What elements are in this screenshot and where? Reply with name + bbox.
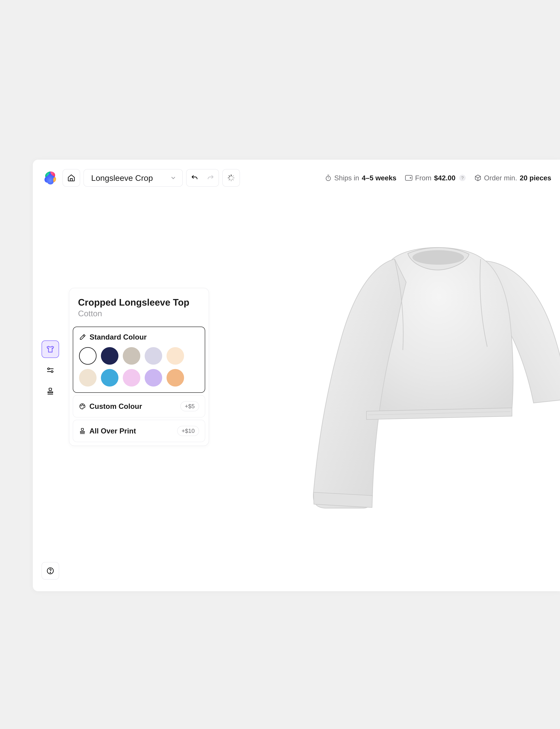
svg-point-10 [410, 178, 411, 178]
shirt-icon [46, 345, 55, 354]
home-button[interactable] [63, 169, 80, 187]
svg-line-7 [232, 176, 233, 177]
loading-button[interactable] [222, 169, 240, 187]
svg-point-14 [51, 371, 53, 372]
package-icon [474, 174, 481, 181]
wallet-icon [405, 175, 412, 181]
panel-subtitle: Cotton [78, 309, 200, 318]
svg-point-19 [83, 405, 84, 406]
sliders-icon [46, 366, 55, 374]
undo-button[interactable] [187, 169, 203, 186]
svg-point-20 [412, 250, 464, 265]
all-over-print-label: All Over Print [89, 427, 174, 435]
chevron-down-icon [170, 175, 177, 181]
colour-swatch[interactable] [79, 347, 97, 364]
price-help-icon[interactable]: ? [459, 175, 466, 181]
colour-swatch[interactable] [101, 347, 118, 364]
app-logo[interactable] [42, 169, 59, 187]
colour-swatch[interactable] [167, 369, 184, 386]
rail-print-tab[interactable] [42, 382, 59, 400]
standard-colour-label: Standard Colour [90, 333, 199, 341]
ships-in-info: Ships in 4–5 weeks [325, 174, 396, 182]
order-info: Ships in 4–5 weeks From $42.00 ? Order m… [325, 174, 551, 182]
rail-garment-tab[interactable] [42, 341, 59, 358]
svg-point-18 [82, 404, 83, 405]
custom-colour-card[interactable]: Custom Colour +$5 [73, 395, 205, 417]
order-min-info: Order min. 20 pieces [474, 174, 551, 182]
colour-swatch[interactable] [101, 369, 118, 386]
colour-swatch[interactable] [123, 347, 140, 364]
eyedropper-icon [79, 334, 86, 341]
colour-swatch[interactable] [167, 347, 184, 364]
home-icon [67, 174, 75, 182]
svg-point-17 [81, 405, 81, 406]
svg-line-2 [229, 176, 230, 177]
svg-line-6 [229, 179, 230, 180]
price-from-info: From $42.00 ? [405, 174, 466, 182]
top-toolbar: Longsleeve Crop [42, 168, 551, 187]
undo-redo-group [186, 169, 219, 187]
custom-colour-price: +$5 [180, 401, 199, 411]
colour-swatch[interactable] [145, 369, 162, 386]
all-over-print-price: +$10 [177, 426, 199, 436]
standard-colour-card[interactable]: Standard Colour [73, 327, 205, 393]
stamp-icon [46, 387, 54, 395]
loading-icon [227, 174, 235, 182]
stopwatch-icon [325, 175, 332, 181]
help-icon [46, 567, 54, 575]
editor-canvas: Longsleeve Crop [33, 160, 560, 591]
svg-point-11 [48, 368, 49, 369]
tool-rail [42, 341, 59, 400]
colour-swatch[interactable] [145, 347, 162, 364]
palette-icon [79, 403, 86, 410]
swatch-grid [79, 347, 199, 386]
garment-render [295, 208, 560, 552]
garment-preview[interactable] [295, 208, 560, 552]
product-dropdown-label: Longsleeve Crop [91, 173, 153, 183]
product-dropdown[interactable]: Longsleeve Crop [84, 169, 183, 187]
undo-icon [191, 174, 198, 182]
rail-settings-tab[interactable] [42, 362, 59, 379]
panel-title: Cropped Longsleeve Top [78, 297, 200, 308]
config-panel: Cropped Longsleeve Top Cotton Standard C… [69, 288, 209, 446]
colour-swatch[interactable] [79, 369, 97, 386]
panel-header: Cropped Longsleeve Top Cotton [73, 292, 205, 324]
stamp-icon [79, 427, 86, 434]
svg-point-23 [50, 572, 51, 573]
help-button[interactable] [42, 562, 59, 579]
colour-swatch[interactable] [123, 369, 140, 386]
redo-icon [207, 174, 214, 182]
svg-line-3 [232, 179, 233, 180]
redo-button[interactable] [203, 169, 219, 186]
custom-colour-label: Custom Colour [89, 402, 177, 410]
all-over-print-card[interactable]: All Over Print +$10 [73, 420, 205, 442]
